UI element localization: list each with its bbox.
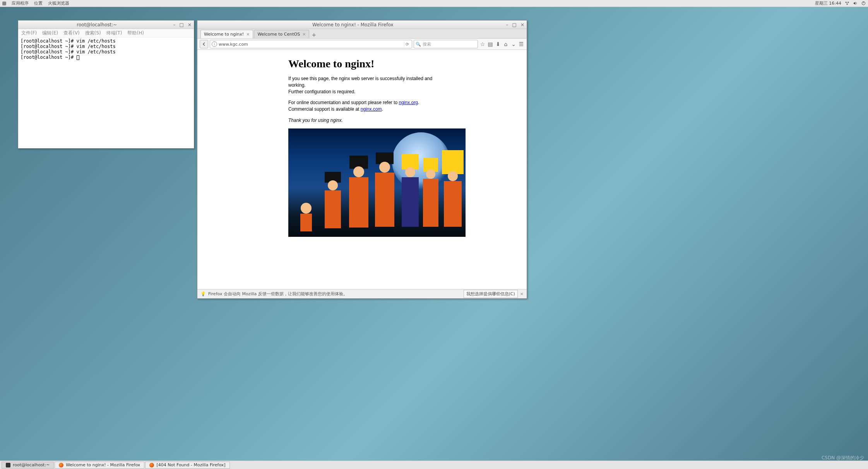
watermark: CSDN @深情的冷少 bbox=[822, 455, 864, 461]
link-nginx-com[interactable]: nginx.com bbox=[361, 106, 382, 112]
home-icon[interactable]: ⌂ bbox=[503, 41, 509, 47]
firefox-toolbar: i www.kgc.com ⟳ 🔍 搜索 ☆ ▤ ⬇ ⌂ ⌄ ☰ bbox=[197, 38, 527, 50]
downloads-icon[interactable]: ⬇ bbox=[495, 41, 501, 47]
tab-centos[interactable]: Welcome to CentOS × bbox=[254, 30, 309, 38]
power-icon[interactable] bbox=[861, 1, 866, 5]
volume-icon[interactable] bbox=[853, 1, 858, 5]
terminal-icon bbox=[6, 463, 10, 467]
back-button[interactable] bbox=[200, 40, 208, 48]
search-icon: 🔍 bbox=[416, 42, 421, 47]
terminal-menubar: 文件(F) 编辑(E) 查看(V) 搜索(S) 终端(T) 帮助(H) bbox=[18, 29, 194, 38]
menu-edit[interactable]: 编辑(E) bbox=[42, 30, 58, 36]
firefox-titlebar[interactable]: Welcome to nginx! - Mozilla Firefox – □ … bbox=[197, 21, 527, 29]
cursor-icon bbox=[77, 55, 79, 60]
url-text: www.kgc.com bbox=[219, 42, 248, 47]
hamburger-menu-icon[interactable]: ☰ bbox=[518, 41, 524, 47]
menu-firefox[interactable]: 火狐浏览器 bbox=[48, 0, 69, 6]
reload-icon[interactable]: ⟳ bbox=[404, 42, 410, 47]
firefox-title: Welcome to nginx! - Mozilla Firefox bbox=[200, 22, 506, 27]
minimize-button[interactable]: – bbox=[173, 22, 176, 27]
maximize-button[interactable]: □ bbox=[180, 22, 184, 27]
terminal-window: root@localhost:~ – □ × 文件(F) 编辑(E) 查看(V)… bbox=[18, 20, 194, 149]
taskbar-label: root@localhost:~ bbox=[13, 462, 50, 467]
pocket-icon[interactable]: ⌄ bbox=[510, 41, 517, 47]
taskbar-label: Welcome to nginx! - Mozilla Firefox bbox=[66, 462, 140, 467]
link-nginx-org[interactable]: nginx.org bbox=[399, 100, 418, 105]
network-icon[interactable] bbox=[845, 1, 849, 5]
statusbar-close-icon[interactable]: × bbox=[520, 291, 524, 296]
firefox-statusbar: 💡 Firefox 会自动向 Mozilla 反馈一些数据，让我们能够改善您的使… bbox=[197, 289, 527, 298]
bookmark-star-icon[interactable]: ☆ bbox=[479, 41, 486, 47]
tab-nginx[interactable]: Welcome to nginx! × bbox=[200, 30, 253, 38]
page-heading: Welcome to nginx! bbox=[288, 58, 436, 70]
maximize-button[interactable]: □ bbox=[512, 22, 517, 27]
taskbar-item-terminal[interactable]: root@localhost:~ bbox=[2, 462, 54, 469]
menu-help[interactable]: 帮助(H) bbox=[127, 30, 144, 36]
page-paragraph: Thank you for using nginx. bbox=[288, 117, 436, 124]
url-bar[interactable]: i www.kgc.com ⟳ bbox=[210, 40, 412, 48]
choose-data-button[interactable]: 我想选择提供哪些信息(C) bbox=[464, 290, 518, 298]
reader-icon[interactable]: ▤ bbox=[487, 41, 493, 47]
firefox-icon bbox=[149, 463, 154, 467]
taskbar-label: [404 Not Found - Mozilla Firefox] bbox=[156, 462, 225, 467]
terminal-titlebar[interactable]: root@localhost:~ – □ × bbox=[18, 21, 194, 29]
terminal-title: root@localhost:~ bbox=[21, 22, 173, 27]
menu-terminal[interactable]: 终端(T) bbox=[106, 30, 122, 36]
page-image bbox=[288, 128, 466, 237]
menu-applications[interactable]: 应用程序 bbox=[12, 0, 29, 6]
tab-label: Welcome to nginx! bbox=[204, 32, 244, 37]
top-panel: 应用程序 位置 火狐浏览器 星期三 16:44 bbox=[0, 0, 868, 7]
taskbar-item-firefox-2[interactable]: [404 Not Found - Mozilla Firefox] bbox=[145, 462, 229, 469]
search-placeholder: 搜索 bbox=[423, 41, 431, 47]
page-paragraph: If you see this page, the nginx web serv… bbox=[288, 75, 436, 95]
search-bar[interactable]: 🔍 搜索 bbox=[414, 40, 478, 48]
close-button[interactable]: × bbox=[188, 22, 192, 27]
panel-left: 应用程序 位置 火狐浏览器 bbox=[2, 0, 69, 6]
status-text: Firefox 会自动向 Mozilla 反馈一些数据，让我们能够改善您的使用体… bbox=[208, 291, 348, 297]
close-button[interactable]: × bbox=[520, 22, 524, 27]
site-info-icon[interactable]: i bbox=[212, 41, 217, 47]
tab-label: Welcome to CentOS bbox=[257, 32, 300, 37]
panel-right: 星期三 16:44 bbox=[815, 0, 866, 6]
firefox-window-controls: – □ × bbox=[506, 22, 524, 27]
page-paragraph: For online documentation and support ple… bbox=[288, 99, 436, 113]
taskbar: root@localhost:~ Welcome to nginx! - Moz… bbox=[0, 460, 868, 469]
new-tab-button[interactable]: + bbox=[310, 31, 318, 38]
firefox-tabstrip: Welcome to nginx! × Welcome to CentOS × … bbox=[197, 29, 527, 38]
firefox-window: Welcome to nginx! - Mozilla Firefox – □ … bbox=[197, 20, 527, 299]
firefox-icon bbox=[59, 463, 63, 467]
taskbar-item-firefox-1[interactable]: Welcome to nginx! - Mozilla Firefox bbox=[55, 462, 144, 469]
activities-icon[interactable] bbox=[2, 2, 6, 5]
menu-file[interactable]: 文件(F) bbox=[21, 30, 37, 36]
tab-close-icon[interactable]: × bbox=[302, 32, 306, 37]
menu-view[interactable]: 查看(V) bbox=[63, 30, 80, 36]
menu-places[interactable]: 位置 bbox=[34, 0, 43, 6]
page-content[interactable]: Welcome to nginx! If you see this page, … bbox=[197, 50, 527, 289]
terminal-body[interactable]: [root@localhost ~]# vim /etc/hosts [root… bbox=[18, 38, 194, 148]
terminal-window-controls: – □ × bbox=[173, 22, 192, 27]
minimize-button[interactable]: – bbox=[506, 22, 508, 27]
tab-close-icon[interactable]: × bbox=[246, 32, 250, 37]
lightbulb-icon: 💡 bbox=[200, 291, 206, 296]
menu-search[interactable]: 搜索(S) bbox=[85, 30, 101, 36]
clock[interactable]: 星期三 16:44 bbox=[815, 0, 841, 6]
